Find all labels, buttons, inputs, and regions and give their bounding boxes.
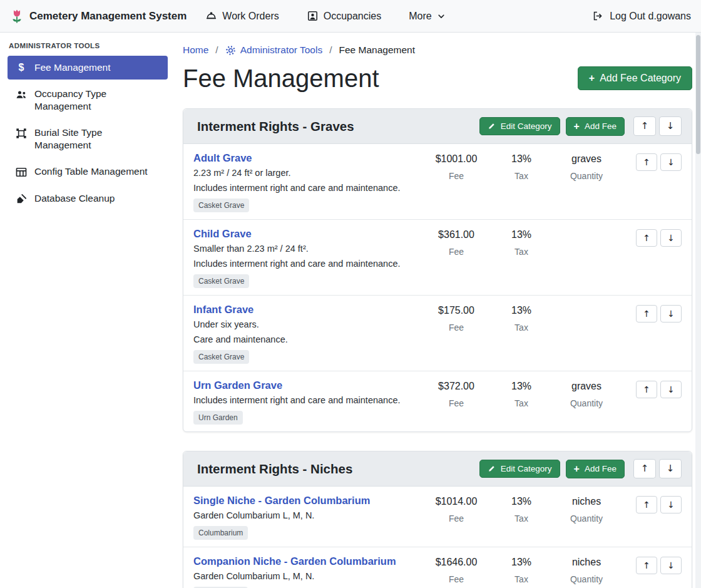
fee-category-card: Interment Rights - Niches Edit Category … bbox=[183, 451, 692, 588]
fee-info: Infant Grave Under six years. Care and m… bbox=[193, 304, 421, 364]
fee-amount-value: $1001.00 bbox=[421, 153, 491, 165]
fee-name-link[interactable]: Child Grave bbox=[193, 228, 252, 240]
fee-tax-value: 13% bbox=[491, 496, 551, 508]
sidebar-item-fee-management[interactable]: $ Fee Management bbox=[8, 56, 168, 80]
fee-info: Adult Grave 2.23 m² / 24 ft² or larger. … bbox=[193, 152, 421, 212]
move-fee-down-button[interactable]: ↓ bbox=[660, 557, 682, 574]
add-fee-button[interactable]: + Add Fee bbox=[566, 117, 625, 136]
fee-quantity-column bbox=[551, 228, 622, 257]
fee-tax-label: Tax bbox=[491, 398, 551, 408]
move-fee-up-button[interactable]: ↑ bbox=[636, 305, 657, 322]
fee-description: Includes interment right and care and ma… bbox=[193, 259, 415, 269]
scrollbar-track[interactable] bbox=[695, 33, 701, 588]
nav-item-occupancies[interactable]: Occupancies bbox=[307, 10, 382, 22]
sidebar-item-database-cleanup[interactable]: Database Cleanup bbox=[8, 187, 168, 211]
main-content: Home / Administrator Tools / Fee Managem… bbox=[175, 33, 701, 588]
pencil-icon bbox=[488, 465, 496, 473]
fee-name-link[interactable]: Companion Niche - Garden Columbarium bbox=[193, 555, 396, 567]
fee-type-badge: Columbarium bbox=[193, 526, 248, 540]
move-category-down-button[interactable]: ↓ bbox=[659, 459, 682, 478]
fee-amount-column: $1646.00 Fee bbox=[421, 555, 491, 584]
fee-reorder-controls: ↑ ↓ bbox=[629, 555, 682, 574]
breadcrumb-label: Administrator Tools bbox=[240, 44, 323, 56]
fee-amount-value: $361.00 bbox=[421, 229, 491, 241]
fee-quantity-value: niches bbox=[551, 557, 622, 569]
scrollbar-thumb[interactable] bbox=[696, 35, 700, 154]
fee-quantity-value bbox=[551, 305, 622, 317]
fee-reorder-controls: ↑ ↓ bbox=[629, 304, 682, 322]
fee-name-link[interactable]: Infant Grave bbox=[193, 304, 253, 316]
edit-category-button[interactable]: Edit Category bbox=[479, 117, 560, 135]
fee-category-card: Interment Rights - Graves Edit Category … bbox=[183, 108, 692, 432]
fee-description: Includes interment right and care and ma… bbox=[193, 183, 415, 193]
move-fee-down-button[interactable]: ↓ bbox=[660, 496, 682, 513]
fee-row: Child Grave Smaller than 2.23 m² / 24 ft… bbox=[183, 220, 692, 296]
breadcrumb-home-link[interactable]: Home bbox=[183, 44, 208, 56]
move-fee-down-button[interactable]: ↓ bbox=[660, 153, 682, 171]
nav-item-work-orders[interactable]: Work Orders bbox=[205, 10, 279, 22]
fee-amount-value: $175.00 bbox=[421, 305, 491, 317]
sidebar-item-burial-site-type-management[interactable]: Burial Site Type Management bbox=[8, 121, 168, 157]
breadcrumb-admin-tools-link[interactable]: Administrator Tools bbox=[225, 44, 323, 56]
fee-name-link[interactable]: Adult Grave bbox=[193, 152, 252, 164]
move-fee-up-button[interactable]: ↑ bbox=[636, 229, 657, 247]
fee-row: Urn Garden Grave Includes interment righ… bbox=[183, 371, 692, 431]
category-header: Interment Rights - Niches Edit Category … bbox=[183, 451, 692, 487]
fee-name-link[interactable]: Single Niche - Garden Columbarium bbox=[193, 495, 370, 507]
move-fee-up-button[interactable]: ↑ bbox=[636, 381, 657, 398]
category-title: Interment Rights - Niches bbox=[193, 462, 474, 477]
fee-reorder-controls: ↑ ↓ bbox=[629, 495, 682, 513]
edit-category-button[interactable]: Edit Category bbox=[479, 460, 560, 478]
sidebar-item-config-table-management[interactable]: Config Table Management bbox=[8, 160, 168, 184]
broom-icon bbox=[15, 193, 28, 205]
fee-description: Care and maintenance. bbox=[193, 334, 415, 344]
occupant-icon bbox=[307, 10, 319, 22]
fee-quantity-label: Quantity bbox=[551, 513, 622, 524]
add-fee-category-button[interactable]: + Add Fee Category bbox=[578, 66, 692, 90]
fee-description: Includes interment right and care and ma… bbox=[193, 395, 415, 405]
move-category-up-button[interactable]: ↑ bbox=[633, 459, 656, 478]
sidebar-item-label: Fee Management bbox=[34, 61, 111, 74]
fee-info: Companion Niche - Garden Columbarium Gar… bbox=[193, 555, 421, 588]
move-fee-down-button[interactable]: ↓ bbox=[660, 381, 682, 398]
move-category-up-button[interactable]: ↑ bbox=[633, 116, 656, 136]
fee-amount-label: Fee bbox=[421, 322, 491, 333]
fee-row: Companion Niche - Garden Columbarium Gar… bbox=[183, 547, 692, 588]
move-fee-up-button[interactable]: ↑ bbox=[636, 557, 657, 574]
move-fee-down-button[interactable]: ↓ bbox=[660, 305, 682, 322]
fee-amount-column: $361.00 Fee bbox=[421, 228, 491, 257]
fee-description: Smaller than 2.23 m² / 24 ft². bbox=[193, 244, 415, 254]
fee-type-badge: Urn Garden bbox=[193, 411, 243, 425]
move-fee-down-button[interactable]: ↓ bbox=[660, 229, 682, 247]
fee-tax-value: 13% bbox=[491, 229, 551, 241]
sidebar-item-occupancy-type-management[interactable]: Occupancy Type Management bbox=[8, 82, 168, 118]
people-icon bbox=[15, 88, 28, 101]
fee-amount-column: $372.00 Fee bbox=[421, 379, 491, 408]
category-title: Interment Rights - Graves bbox=[193, 119, 474, 134]
move-fee-up-button[interactable]: ↑ bbox=[636, 496, 657, 513]
breadcrumb-label: Home bbox=[183, 44, 208, 56]
logout-button[interactable]: Log Out d.gowans bbox=[592, 10, 691, 22]
fee-quantity-value: graves bbox=[551, 153, 622, 165]
logout-icon bbox=[592, 10, 604, 22]
fee-quantity-column bbox=[551, 304, 622, 333]
nav-item-more[interactable]: More bbox=[409, 11, 445, 22]
nav-item-label: Work Orders bbox=[222, 11, 279, 22]
add-fee-button[interactable]: + Add Fee bbox=[566, 460, 625, 478]
sidebar-heading: Administrator Tools bbox=[9, 42, 168, 49]
category-header: Interment Rights - Graves Edit Category … bbox=[183, 109, 692, 144]
move-fee-up-button[interactable]: ↑ bbox=[636, 153, 657, 171]
fee-amount-column: $1014.00 Fee bbox=[421, 495, 491, 524]
fee-tax-label: Tax bbox=[491, 513, 551, 524]
move-category-down-button[interactable]: ↓ bbox=[659, 116, 682, 136]
fee-amount-column: $1001.00 Fee bbox=[421, 152, 491, 181]
fee-tax-value: 13% bbox=[491, 305, 551, 317]
fee-quantity-column: graves Quantity bbox=[551, 379, 622, 408]
fee-row: Adult Grave 2.23 m² / 24 ft² or larger. … bbox=[183, 144, 692, 220]
app-brand[interactable]: Cemetery Management System bbox=[10, 8, 187, 24]
fee-tax-value: 13% bbox=[491, 153, 551, 165]
fee-tax-column: 13% Tax bbox=[491, 495, 551, 524]
plus-icon: + bbox=[574, 121, 580, 132]
nav-item-label: Occupancies bbox=[324, 11, 382, 22]
fee-name-link[interactable]: Urn Garden Grave bbox=[193, 379, 282, 391]
